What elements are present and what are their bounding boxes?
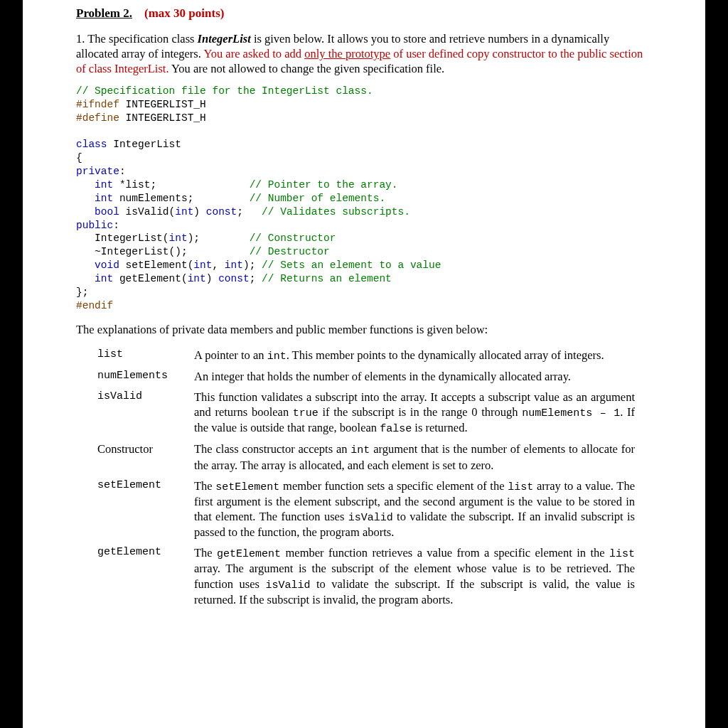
code-line: INTEGERLIST_H <box>119 112 206 124</box>
code-line: // Constructor <box>250 232 336 244</box>
t: if the subscript is in the range 0 throu… <box>318 405 522 419</box>
definitions-block: list A pointer to an int. This member po… <box>97 348 635 607</box>
code-block: // Specification file for the IntegerLis… <box>76 85 652 312</box>
def-term: isValid <box>97 390 183 436</box>
document-page: Problem 2. (max 30 points) 1. The specif… <box>23 0 705 728</box>
code-line: private <box>76 166 119 177</box>
class-name: IntegerList <box>198 32 251 46</box>
def-desc: This function validates a subscript into… <box>194 390 635 436</box>
code-line: { <box>76 152 82 164</box>
def-isValid: isValid This function validates a subscr… <box>97 390 635 436</box>
def-numElements: numElements An integer that holds the nu… <box>97 369 635 384</box>
code-line: , <box>212 259 224 271</box>
code-line: getElement( <box>113 273 187 284</box>
code-line: numElements; <box>113 193 249 204</box>
t: The <box>194 479 215 493</box>
code-line: const <box>218 273 250 284</box>
c: true <box>293 407 318 419</box>
def-constructor: Constructor The class constructor accept… <box>97 441 635 472</box>
code-line: ~IntegerList(); <box>76 246 250 257</box>
t: member function retrieves a value from a… <box>281 546 609 560</box>
code-line: int <box>225 259 243 271</box>
code-line: IntegerList <box>107 139 181 150</box>
problem-header: Problem 2. (max 30 points) <box>76 6 652 21</box>
t: The <box>194 546 217 560</box>
code-line: int <box>95 273 113 284</box>
def-term: Constructor <box>97 441 183 472</box>
intro-paragraph: 1. The specification class IntegerList i… <box>76 31 652 76</box>
code-line: int <box>95 179 113 191</box>
code-line: public <box>76 220 113 231</box>
code-line: ); <box>243 259 262 271</box>
c: list <box>609 548 635 560</box>
intro-red1: You are asked to add <box>203 47 304 60</box>
def-desc: The getElement member function retrieves… <box>194 545 635 607</box>
problem-number: Problem 2. <box>76 6 132 20</box>
code-line: // Validates subscripts. <box>262 206 410 218</box>
def-desc: The class constructor accepts an int arg… <box>194 441 635 472</box>
code-line: #ifndef <box>76 99 119 110</box>
code-line <box>76 179 95 191</box>
intro-redU: only the prototype <box>304 47 390 60</box>
code-line: ; <box>237 206 262 218</box>
def-desc: The setElement member function sets a sp… <box>194 478 635 540</box>
code-line: ) <box>193 206 205 218</box>
code-line: int <box>169 232 188 244</box>
c: numElements – 1 <box>522 407 620 419</box>
code-line: int <box>175 206 193 218</box>
code-line: isValid( <box>119 206 175 218</box>
def-term: setElement <box>97 478 183 540</box>
t: The class constructor accepts an <box>194 442 350 456</box>
c: isValid <box>348 512 393 524</box>
code-line <box>76 206 95 218</box>
code-line <box>76 259 95 271</box>
def-list: list A pointer to an int. This member po… <box>97 348 635 363</box>
def-desc: An integer that holds the number of elem… <box>194 369 635 384</box>
c: getElement <box>217 548 281 560</box>
c: int <box>350 444 370 456</box>
code-line: ) <box>206 273 218 284</box>
code-line: ; <box>250 273 262 284</box>
code-line: setElement( <box>119 259 193 271</box>
code-line: // Pointer to the array. <box>250 179 398 191</box>
t: member function sets a specific element … <box>279 479 508 493</box>
problem-points: (max 30 points) <box>144 6 224 20</box>
code-line: // Number of elements. <box>250 193 385 204</box>
t: A pointer to an <box>194 348 267 362</box>
def-setElement: setElement The setElement member functio… <box>97 478 635 540</box>
intro-t1: The specification class <box>87 32 197 46</box>
t: is returned. <box>412 421 467 434</box>
intro-t3: You are not allowed to change the given … <box>169 62 445 75</box>
code-line: IntegerList( <box>76 232 169 244</box>
code-line: #define <box>76 112 119 124</box>
code-line: *list; <box>113 179 249 191</box>
code-line: : <box>113 220 119 231</box>
code-line: const <box>206 206 237 218</box>
def-getElement: getElement The getElement member functio… <box>97 545 635 607</box>
c: int <box>267 350 287 363</box>
c: list <box>508 481 533 493</box>
code-line: : <box>119 166 126 177</box>
code-line: // Specification file for the IntegerLis… <box>76 85 373 97</box>
def-desc: A pointer to an int. This member points … <box>194 348 635 363</box>
code-line: // Sets an element to a value <box>262 259 441 271</box>
code-line: class <box>76 139 107 150</box>
c: false <box>380 423 412 435</box>
code-line: void <box>95 259 119 271</box>
code-line: bool <box>95 206 119 218</box>
code-line: int <box>188 273 206 284</box>
def-term: getElement <box>97 545 183 607</box>
code-line: }; <box>76 287 88 298</box>
code-line: // Destructor <box>250 246 330 257</box>
code-line <box>76 193 95 204</box>
c: isValid <box>265 579 310 592</box>
def-term: list <box>97 348 183 363</box>
code-line: ); <box>188 232 250 244</box>
code-line: #endif <box>76 300 113 311</box>
code-line: // Returns an element <box>262 273 392 284</box>
t: . This member points to the dynamically … <box>287 348 604 362</box>
explain-intro: The explanations of private data members… <box>76 322 652 337</box>
code-line <box>76 273 95 284</box>
code-line: int <box>95 193 113 204</box>
code-line: INTEGERLIST_H <box>119 99 206 110</box>
